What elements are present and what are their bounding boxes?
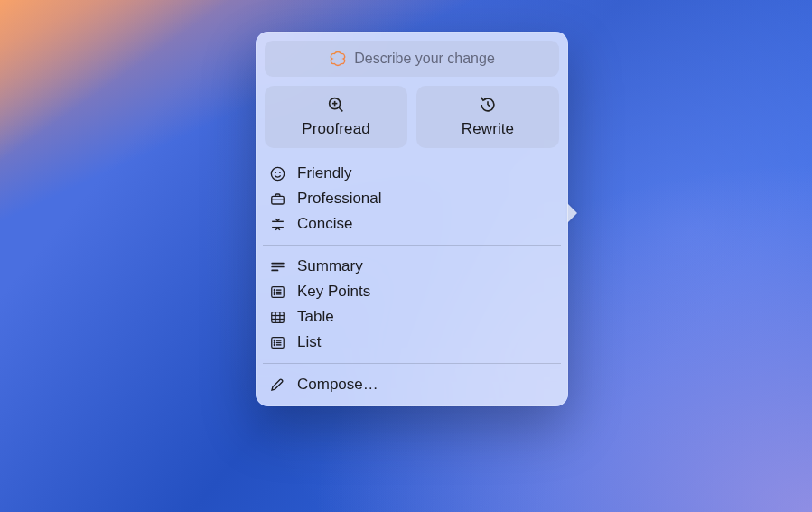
- svg-rect-23: [271, 312, 283, 322]
- svg-point-8: [279, 172, 280, 172]
- professional-label: Professional: [297, 190, 382, 208]
- proofread-icon: [326, 95, 346, 115]
- summary-icon: [268, 257, 286, 275]
- compose-label: Compose…: [297, 376, 378, 394]
- svg-line-1: [339, 107, 342, 111]
- menu-item-compose[interactable]: Compose…: [265, 372, 559, 397]
- proofread-label: Proofread: [302, 120, 370, 138]
- apple-intelligence-icon: [329, 50, 347, 68]
- rewrite-icon: [478, 95, 498, 115]
- menu-item-key-points[interactable]: Key Points: [265, 279, 559, 304]
- table-label: Table: [297, 308, 334, 326]
- summary-label: Summary: [297, 257, 363, 275]
- pencil-icon: [268, 376, 286, 394]
- svg-point-21: [274, 293, 275, 294]
- menu-item-summary[interactable]: Summary: [265, 254, 559, 279]
- list-label: List: [297, 333, 321, 351]
- svg-point-31: [274, 341, 275, 342]
- rewrite-label: Rewrite: [462, 120, 514, 138]
- tone-options-list: Friendly Professional Conci: [265, 157, 559, 240]
- divider: [263, 363, 561, 364]
- divider: [263, 245, 561, 246]
- menu-item-table[interactable]: Table: [265, 304, 559, 330]
- friendly-label: Friendly: [297, 164, 351, 182]
- key-points-label: Key Points: [297, 283, 370, 301]
- table-icon: [268, 308, 286, 326]
- proofread-button[interactable]: Proofread: [265, 86, 407, 148]
- svg-point-17: [274, 289, 275, 290]
- smiley-icon: [268, 164, 286, 182]
- concise-label: Concise: [297, 215, 352, 233]
- concise-icon: [268, 215, 286, 233]
- menu-item-concise[interactable]: Concise: [265, 211, 559, 237]
- svg-point-19: [274, 291, 275, 292]
- action-button-row: Proofread Rewrite: [265, 86, 559, 148]
- describe-change-input[interactable]: Describe your change: [265, 41, 559, 77]
- svg-point-33: [274, 344, 275, 345]
- writing-tools-popover: Describe your change Proofread: [256, 32, 568, 406]
- briefcase-icon: [268, 190, 286, 208]
- svg-point-6: [271, 167, 284, 180]
- format-options-list: Summary Key Points: [265, 250, 559, 358]
- menu-item-professional[interactable]: Professional: [265, 186, 559, 211]
- menu-item-friendly[interactable]: Friendly: [265, 161, 559, 186]
- svg-line-5: [488, 105, 490, 107]
- svg-point-29: [274, 340, 275, 340]
- list-icon: [268, 333, 286, 351]
- describe-change-placeholder: Describe your change: [354, 51, 495, 67]
- rewrite-button[interactable]: Rewrite: [416, 86, 559, 148]
- key-points-icon: [268, 283, 286, 301]
- menu-item-list[interactable]: List: [265, 330, 559, 355]
- svg-point-7: [275, 172, 275, 172]
- compose-section: Compose…: [265, 368, 559, 401]
